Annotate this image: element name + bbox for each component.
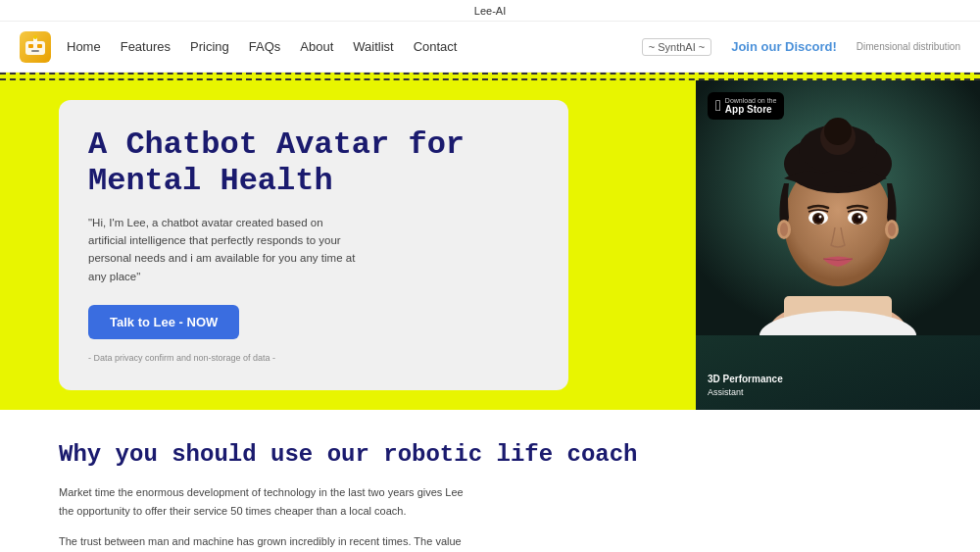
app-store-big: App Store [725,104,777,115]
nav-home[interactable]: Home [67,39,101,54]
apple-icon:  [715,97,721,115]
svg-rect-2 [37,44,42,48]
svg-point-21 [819,216,822,219]
nav-about[interactable]: About [300,39,333,54]
nav-faqs[interactable]: FAQs [249,39,281,54]
app-store-text: Download on the App Store [725,97,777,115]
synthai-badge: ~ SynthAI ~ [642,38,711,56]
nav-contact[interactable]: Contact [414,39,458,54]
nav-features[interactable]: Features [121,39,171,54]
logo-image [20,31,51,63]
avatar-label-line2: Assistant [708,387,744,397]
discord-link[interactable]: Join our Discord! [731,39,837,54]
top-bar: Lee-AI [0,0,980,22]
svg-point-14 [824,118,852,145]
site-title: Lee-AI [474,5,506,17]
why-title: Why you should use our robotic life coac… [59,439,921,470]
dimensional-label: Dimensional distribution [857,41,960,52]
svg-point-5 [33,35,37,39]
avatar-background:  Download on the App Store [696,80,980,410]
svg-point-25 [780,223,788,236]
avatar-label: 3D Performance Assistant [708,373,783,399]
svg-point-22 [858,216,861,219]
dashed-separator [0,73,980,80]
navigation: Home Features Pricing FAQs About Waitlis… [0,22,980,73]
app-store-small: Download on the [725,97,777,104]
hero-subtitle: "Hi, I'm Lee, a chatbot avatar created b… [88,214,363,286]
nav-links: Home Features Pricing FAQs About Waitlis… [67,39,457,54]
privacy-notice: - Data privacy confirm and non-storage o… [88,353,539,363]
hero-title: A Chatbot Avatar for Mental Health [88,127,539,200]
svg-rect-0 [25,41,45,55]
why-paragraph-2: The trust between man and machine has gr… [59,532,470,552]
svg-point-26 [888,223,896,236]
svg-rect-1 [28,44,33,48]
why-section: Why you should use our robotic life coac… [0,410,980,552]
avatar-label-line1: 3D Performance [708,374,783,384]
hero-section: A Chatbot Avatar for Mental Health "Hi, … [0,80,980,410]
hero-avatar-container:  Download on the App Store [696,80,980,410]
app-store-badge[interactable]:  Download on the App Store [708,92,784,120]
logo[interactable] [20,31,51,63]
svg-rect-3 [31,50,39,52]
why-paragraph-1: Market time the enormous development of … [59,483,470,520]
nav-pricing[interactable]: Pricing [190,39,229,54]
nav-waitlist[interactable]: Waitlist [353,39,393,54]
nav-right: ~ SynthAI ~ Join our Discord! Dimensiona… [642,38,960,56]
hero-card: A Chatbot Avatar for Mental Health "Hi, … [59,100,568,390]
cta-button[interactable]: Talk to Lee - NOW [88,305,239,339]
